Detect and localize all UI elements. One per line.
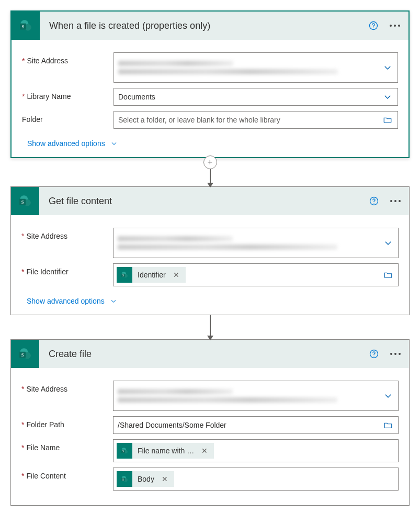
file-identifier-input[interactable]: S Identifier ✕ — [113, 263, 399, 286]
library-name-label: *Library Name — [22, 88, 113, 101]
dynamic-content-token[interactable]: S Body ✕ — [117, 471, 174, 487]
folder-placeholder: Select a folder, or leave blank for the … — [118, 116, 280, 124]
sharepoint-icon: S — [117, 471, 132, 487]
trigger-card: S When a file is created (properties onl… — [10, 10, 410, 158]
folder-picker-icon[interactable] — [383, 420, 393, 430]
svg-text:S: S — [21, 352, 24, 358]
svg-text:S: S — [122, 450, 124, 453]
file-content-input[interactable]: S Body ✕ — [113, 468, 399, 491]
site-address-label: *Site Address — [21, 228, 113, 240]
help-icon[interactable] — [368, 195, 380, 207]
token-remove-icon[interactable]: ✕ — [199, 447, 210, 455]
card-header[interactable]: S Get file content — [11, 187, 409, 215]
connector-arrow — [10, 315, 410, 340]
help-icon[interactable] — [368, 348, 380, 360]
site-address-input[interactable] — [113, 52, 398, 83]
chevron-down-icon[interactable] — [383, 63, 392, 72]
more-menu-icon[interactable] — [388, 353, 403, 355]
folder-picker-icon[interactable] — [383, 270, 393, 280]
library-name-value: Documents — [118, 93, 155, 101]
svg-text:S: S — [122, 274, 124, 277]
site-address-label: *Site Address — [22, 52, 113, 65]
redacted-value — [118, 389, 337, 403]
connector-arrow: + — [10, 158, 410, 187]
card-title: Create file — [39, 349, 368, 360]
card-header[interactable]: S Create file — [11, 340, 409, 368]
file-name-input[interactable]: S File name with … ✕ — [113, 439, 399, 462]
dynamic-content-token[interactable]: S Identifier ✕ — [117, 267, 186, 283]
file-identifier-label: *File Identifier — [21, 263, 113, 276]
card-body: *Site Address *Folder Path /Shared Docum… — [11, 368, 409, 505]
redacted-value — [118, 236, 337, 250]
site-address-input[interactable] — [113, 228, 399, 258]
help-icon[interactable] — [368, 20, 379, 31]
card-header[interactable]: S When a file is created (properties onl… — [12, 12, 408, 40]
folder-path-value: /Shared Documents/Some Folder — [118, 421, 226, 429]
site-address-label: *Site Address — [21, 381, 113, 393]
token-label: File name with … — [138, 447, 199, 455]
token-remove-icon[interactable]: ✕ — [160, 475, 170, 483]
library-name-input[interactable]: Documents — [113, 88, 398, 106]
action-card-create-file: S Create file *Site Address *Folder Path — [10, 339, 410, 506]
svg-text:S: S — [21, 199, 24, 205]
show-advanced-link[interactable]: Show advanced options — [22, 139, 118, 148]
svg-point-21 — [373, 356, 374, 357]
more-menu-icon[interactable] — [388, 25, 402, 27]
folder-path-label: *Folder Path — [21, 416, 113, 429]
svg-text:S: S — [122, 478, 124, 481]
svg-point-11 — [373, 203, 374, 204]
sharepoint-icon: S — [117, 267, 132, 283]
more-menu-icon[interactable] — [388, 200, 403, 202]
add-step-button[interactable]: + — [203, 155, 217, 169]
dynamic-content-token[interactable]: S File name with … ✕ — [117, 443, 214, 459]
card-title: Get file content — [39, 196, 368, 207]
show-advanced-link[interactable]: Show advanced options — [21, 297, 117, 305]
token-label: Body — [138, 475, 160, 483]
folder-label: Folder — [22, 111, 113, 124]
folder-path-input[interactable]: /Shared Documents/Some Folder — [113, 416, 399, 434]
file-name-label: *File Name — [21, 439, 113, 452]
folder-picker-icon[interactable] — [383, 115, 392, 125]
token-remove-icon[interactable]: ✕ — [171, 271, 181, 279]
svg-point-5 — [373, 28, 373, 28]
folder-input[interactable]: Select a folder, or leave blank for the … — [113, 111, 398, 129]
token-label: Identifier — [138, 271, 171, 279]
sharepoint-icon: S — [12, 12, 40, 40]
sharepoint-icon: S — [117, 443, 132, 459]
chevron-down-icon[interactable] — [383, 238, 393, 248]
svg-text:S: S — [22, 24, 25, 29]
card-title: When a file is created (properties only) — [40, 20, 368, 31]
redacted-value — [118, 61, 338, 74]
site-address-input[interactable] — [113, 381, 399, 411]
card-body: *Site Address *Library Name Documents — [12, 40, 408, 157]
card-body: *Site Address *File Identifier S Identif… — [11, 215, 409, 315]
chevron-down-icon[interactable] — [383, 92, 392, 102]
action-card-get-file-content: S Get file content *Site Address *File I… — [10, 186, 410, 315]
chevron-down-icon[interactable] — [383, 391, 393, 400]
sharepoint-icon: S — [11, 187, 39, 215]
file-content-label: *File Content — [21, 468, 113, 480]
sharepoint-icon: S — [11, 340, 39, 368]
